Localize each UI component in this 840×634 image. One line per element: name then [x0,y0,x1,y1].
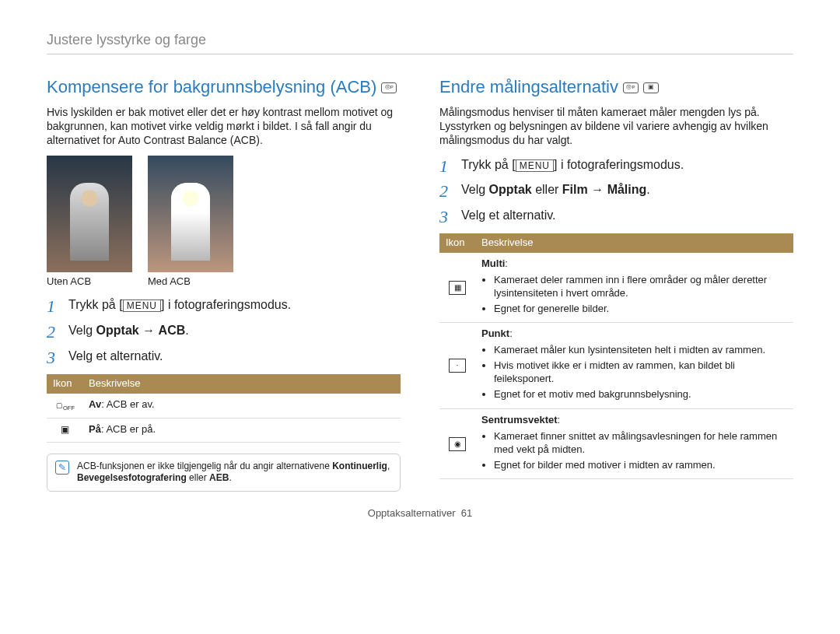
metering-step-3: Velg et alternativ. [439,208,793,224]
acb-on-icon: ▣ [56,423,73,437]
video-icon: ▣ [643,82,659,93]
text: Av [89,398,101,410]
meter-center-desc: Sentrumsvektet: Kameraet finner snittet … [475,408,793,479]
left-column: Kompensere for bakgrunnsbelysning (ACB) … [47,76,401,492]
acb-step-1: Trykk på [MENU] i fotograferingsmodus. [47,297,401,313]
table-row: ◉ Sentrumsvektet: Kameraet finner snitte… [439,408,793,479]
text: Bevegelsesfotografering [77,472,187,483]
text: På [89,423,101,435]
text: ACB [159,324,186,337]
menu-button-label: MENU [516,159,554,172]
bullet-list: Kameraet måler kun lysintensiteten helt … [481,344,787,401]
acb-step-2: Velg Opptak → ACB. [47,323,401,339]
text: . [185,324,188,337]
thumb-with-acb: Med ACB [148,156,233,289]
acb-table: Ikon Beskrivelse ▢OFF Av: ACB er av. ▣ P… [47,374,401,443]
camera-p-icon: ◎P [623,82,639,93]
meter-spot-icon: · [449,359,466,373]
list-item: Egnet for generelle bilder. [494,303,787,316]
metering-heading: Endre målingsalternativ ◎P ▣ [439,76,793,99]
footer-section: Opptaksalternativer [368,507,456,519]
th-desc: Beskrivelse [475,233,793,253]
th-icon: Ikon [439,233,475,253]
acb-note: ✎ ACB-funksjonen er ikke tilgjengelig nå… [47,454,401,492]
content-columns: Kompensere for bakgrunnsbelysning (ACB) … [47,76,793,492]
list-item: Kameraet deler rammen inn i flere område… [494,274,787,300]
photo-light-icon [148,156,233,272]
right-column: Endre målingsalternativ ◎P ▣ Målingsmodu… [439,76,793,492]
text: Kontinuerlig [332,461,387,471]
thumb-without-acb: Uten ACB [47,156,132,289]
text: Opptak [489,183,532,196]
list-item: Hvis motivet ikke er i midten av rammen,… [494,359,787,386]
text: Sentrumsvektet [481,414,558,426]
acb-on-desc: På: ACB er på. [82,418,401,442]
text: → [588,183,607,196]
table-row: ▦ Multi: Kameraet deler rammen inn i fle… [439,253,793,323]
meter-spot-desc: Punkt: Kameraet måler kun lysintensitete… [475,323,793,408]
caption-without: Uten ACB [47,275,132,289]
list-item: Kameraet finner snittet av målingsavlesn… [494,430,787,457]
text: . [229,472,231,483]
note-text: ACB-funksjonen er ikke tilgjengelig når … [77,461,392,485]
metering-table: Ikon Beskrivelse ▦ Multi: Kameraet deler… [439,233,793,479]
text: Multi [481,257,505,269]
metering-step-2: Velg Opptak eller Film → Måling. [439,182,793,198]
menu-button-label: MENU [123,299,161,312]
metering-steps: Trykk på [MENU] i fotograferingsmodus. V… [439,157,793,224]
table-row: · Punkt: Kameraet måler kun lysintensite… [439,323,793,408]
meter-spot-icon-cell: · [439,323,475,408]
text: ] i fotograferingsmodus. [554,158,684,171]
acb-heading-text: Kompensere for bakgrunnsbelysning (ACB) [47,76,376,99]
acb-steps: Trykk på [MENU] i fotograferingsmodus. V… [47,297,401,364]
text: eller [532,183,562,196]
text: Velg [68,324,96,337]
acb-thumbnails: Uten ACB Med ACB [47,156,401,289]
bullet-list: Kameraet deler rammen inn i flere område… [481,274,787,316]
text: AEB [209,472,229,483]
info-icon: ✎ [55,461,69,475]
acb-on-icon-cell: ▣ [47,418,82,442]
th-desc: Beskrivelse [82,374,401,394]
table-header-row: Ikon Beskrivelse [439,233,793,253]
metering-heading-text: Endre målingsalternativ [439,76,618,99]
page-footer: Opptaksalternativer 61 [47,507,793,520]
text: Velg [461,183,489,196]
text: : ACB er på. [101,423,156,435]
acb-heading: Kompensere for bakgrunnsbelysning (ACB) … [47,76,401,99]
table-row: ▢OFF Av: ACB er av. [47,394,401,419]
meter-multi-icon-cell: ▦ [439,253,475,323]
text: : ACB er av. [101,398,154,410]
table-row: ▣ På: ACB er på. [47,418,401,442]
caption-with: Med ACB [148,275,233,289]
acb-off-icon: ▢OFF [56,399,73,413]
footer-page: 61 [461,507,472,519]
list-item: Kameraet måler kun lysintensiteten helt … [494,344,787,357]
acb-intro: Hvis lyskilden er bak motivet eller det … [47,105,401,148]
table-header-row: Ikon Beskrivelse [47,374,401,394]
text: . [646,183,649,196]
camera-p-icon: ◎P [381,82,397,93]
text: , [387,461,390,471]
meter-multi-desc: Multi: Kameraet deler rammen inn i flere… [475,253,793,323]
text: Trykk på [ [461,158,516,171]
list-item: Egnet for et motiv med bakgrunnsbelysnin… [494,388,787,401]
text: Punkt [481,328,509,339]
acb-step-3: Velg et alternativ. [47,349,401,365]
text: Trykk på [ [68,298,123,311]
text: ] i fotograferingsmodus. [161,298,291,311]
text: eller [187,472,209,483]
text: Måling [607,183,647,196]
acb-off-desc: Av: ACB er av. [82,394,401,419]
list-item: Egnet for bilder med motiver i midten av… [494,459,787,472]
meter-center-icon-cell: ◉ [439,408,475,479]
metering-intro: Målingsmodus henviser til måten kameraet… [439,105,793,148]
acb-off-icon-cell: ▢OFF [47,394,82,419]
bullet-list: Kameraet finner snittet av målingsavlesn… [481,430,787,472]
text: → [139,324,159,337]
breadcrumb: Justere lysstyrke og farge [47,31,793,54]
meter-center-icon: ◉ [449,437,466,451]
th-icon: Ikon [47,374,82,394]
text: ACB-funksjonen er ikke tilgjengelig når … [77,461,332,471]
photo-dark-icon [47,156,132,272]
